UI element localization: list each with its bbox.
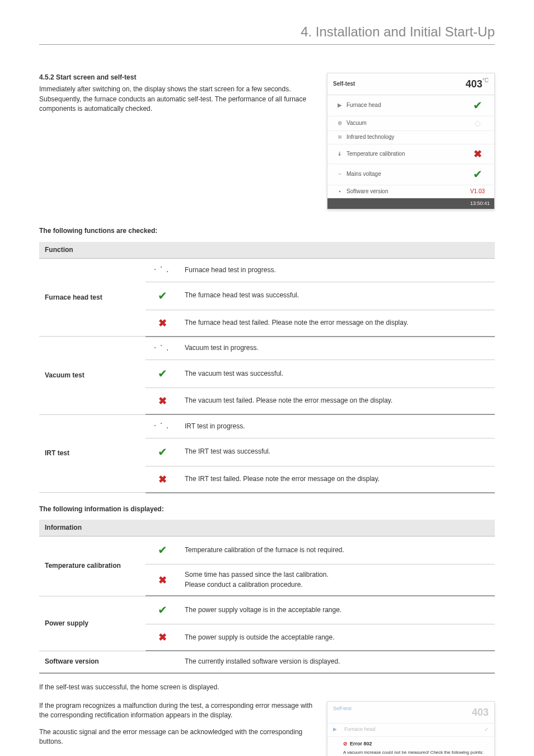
waves-icon: ≋ xyxy=(333,133,346,142)
group-power-supply: Power supply xyxy=(39,596,146,651)
screenshot-row-infrared: ≋Infrared technology xyxy=(327,131,494,144)
screenshot-row-furnace-head: ▶Furnace head✔ xyxy=(327,95,494,116)
bottom-p2: If the program recognizes a malfunction … xyxy=(39,701,316,721)
row-label: Software version xyxy=(346,188,466,196)
row-desc: The currently installed software version… xyxy=(179,651,495,673)
info-table-header: Information xyxy=(39,520,495,536)
header-title: 4. Installation and Initial Start-Up xyxy=(301,24,495,39)
check-icon: ✔ xyxy=(146,596,179,624)
screenshot-row-mains: ⎓Mains voltage✔ xyxy=(327,164,494,185)
error-screenshot: Self-test 403 ▶ Furnace head ✔ ⊘Error 80… xyxy=(327,701,495,756)
table-row: Power supply✔The power supply voltage is… xyxy=(39,596,495,624)
progress-icon: ⠂⠁⠄ xyxy=(146,337,179,360)
section-text-block: 4.5.2 Start screen and self-test Immedia… xyxy=(39,73,316,210)
row-desc: The furnace head test was successful. xyxy=(179,282,495,310)
row-desc: The IRT test failed. Please note the err… xyxy=(179,466,495,493)
error-row1: ▶ Furnace head ✔ xyxy=(327,724,494,737)
row-label: Vacuum xyxy=(346,119,466,128)
table-row: Vacuum test⠂⠁⠄Vacuum test in progress. xyxy=(39,337,495,360)
screenshot-row-software: ▪Software versionV1.03 xyxy=(327,185,494,199)
row-desc: Furnace head test in progress. xyxy=(179,259,495,282)
bottom-text-block: If the program recognizes a malfunction … xyxy=(39,701,316,756)
error-header: Self-test 403 xyxy=(327,702,494,724)
check-icon: ✔ xyxy=(146,282,179,310)
version-text: V1.03 xyxy=(466,188,489,196)
check-icon: ✔ xyxy=(484,726,489,734)
progress-icon: ⠂⠁⠄ xyxy=(146,259,179,282)
progress-icon: ⠂⠁⠄ xyxy=(146,414,179,438)
temp-unit: °C xyxy=(483,77,489,83)
plug-icon: ⎓ xyxy=(333,170,346,179)
row-desc: The power supply is outside the acceptab… xyxy=(179,624,495,651)
row-desc: The vacuum test was successful. xyxy=(179,360,495,388)
selftest-screenshot: Self-test 403°C ▶Furnace head✔ ⊕Vacuum◌ … xyxy=(327,73,495,210)
flame-icon: ▶ xyxy=(333,726,344,734)
row-desc: The IRT test was successful. xyxy=(179,438,495,466)
empty-icon xyxy=(146,651,179,673)
section-4-5-2: 4.5.2 Start screen and self-test Immedia… xyxy=(39,73,495,210)
error-title: Error 802 xyxy=(350,741,372,746)
row-label: Infrared technology xyxy=(346,133,466,142)
table-row: IRT test⠂⠁⠄IRT test in progress. xyxy=(39,414,495,438)
row-label: Temperature calibration xyxy=(346,150,466,158)
check-icon: ✔ xyxy=(146,536,179,564)
bottom-p3: The acoustic signal and the error messag… xyxy=(39,727,316,747)
spinner-icon: ◌ xyxy=(466,119,489,128)
functions-heading: The following functions are checked: xyxy=(39,226,495,236)
error-message: A vacuum increase could not be measured!… xyxy=(343,750,488,756)
x-icon: ✖ xyxy=(146,564,179,596)
info-heading: The following information is displayed: xyxy=(39,505,495,514)
gauge-icon: ⊕ xyxy=(333,119,346,128)
x-icon: ✖ xyxy=(146,388,179,415)
row-desc: Temperature calibration of the furnace i… xyxy=(179,536,495,564)
screenshot-row-vacuum: ⊕Vacuum◌ xyxy=(327,116,494,131)
x-icon: ✖ xyxy=(466,147,489,161)
page-header: 4. Installation and Initial Start-Up xyxy=(39,22,495,45)
screenshot-row-temp-cal: 🌡Temperature calibration✖ xyxy=(327,144,494,164)
thermometer-icon: 🌡 xyxy=(333,150,346,158)
screenshot-title: Self-test xyxy=(333,80,355,88)
screenshot-temperature: 403°C xyxy=(466,77,489,91)
table-row: Furnace head test⠂⠁⠄Furnace head test in… xyxy=(39,259,495,282)
row-desc: IRT test in progress. xyxy=(179,414,495,438)
group-vacuum: Vacuum test xyxy=(39,337,146,414)
error-screen-title: Self-test xyxy=(333,705,352,720)
temp-value: 403 xyxy=(466,78,483,90)
error-icon: ⊘ xyxy=(343,741,348,746)
row-desc: The vacuum test failed. Please note the … xyxy=(179,388,495,415)
screenshot-footer-time: 13:50:41 xyxy=(327,198,494,209)
table-row: Temperature calibration✔Temperature cali… xyxy=(39,536,495,564)
group-irt: IRT test xyxy=(39,414,146,492)
section-body: Immediately after switching on, the disp… xyxy=(39,85,316,114)
error-body: ⊘Error 802 A vacuum increase could not b… xyxy=(327,737,494,756)
group-temp-cal: Temperature calibration xyxy=(39,536,146,596)
check-icon: ✔ xyxy=(466,166,489,183)
row-desc: Some time has passed since the last cali… xyxy=(179,564,495,596)
table-row: Software versionThe currently installed … xyxy=(39,651,495,673)
flame-icon: ▶ xyxy=(333,101,346,110)
group-furnace-head: Furnace head test xyxy=(39,259,146,337)
screenshot-header: Self-test 403°C xyxy=(327,73,494,95)
error-title-row: ⊘Error 802 xyxy=(343,740,488,748)
row-label: Furnace head xyxy=(346,101,466,110)
row-desc: The power supply voltage is in the accep… xyxy=(179,596,495,624)
error-temperature: 403 xyxy=(472,705,489,720)
bottom-row: If the program recognizes a malfunction … xyxy=(39,701,495,756)
x-icon: ✖ xyxy=(146,466,179,493)
group-software-version: Software version xyxy=(39,651,146,673)
row-label: Mains voltage xyxy=(346,170,466,179)
functions-table: Function Furnace head test⠂⠁⠄Furnace hea… xyxy=(39,242,495,493)
functions-table-header: Function xyxy=(39,242,495,259)
check-icon: ✔ xyxy=(146,360,179,388)
row-desc: Vacuum test in progress. xyxy=(179,337,495,360)
x-icon: ✖ xyxy=(146,310,179,337)
error-row1-label: Furnace head xyxy=(344,726,484,734)
bottom-p1: If the self-test was successful, the hom… xyxy=(39,683,495,692)
row-desc: The furnace head test failed. Please not… xyxy=(179,310,495,337)
info-table: Information Temperature calibration✔Temp… xyxy=(39,520,495,674)
x-icon: ✖ xyxy=(146,624,179,651)
check-icon: ✔ xyxy=(146,438,179,466)
section-heading: 4.5.2 Start screen and self-test xyxy=(39,73,316,82)
chip-icon: ▪ xyxy=(333,188,346,196)
check-icon: ✔ xyxy=(466,97,489,114)
